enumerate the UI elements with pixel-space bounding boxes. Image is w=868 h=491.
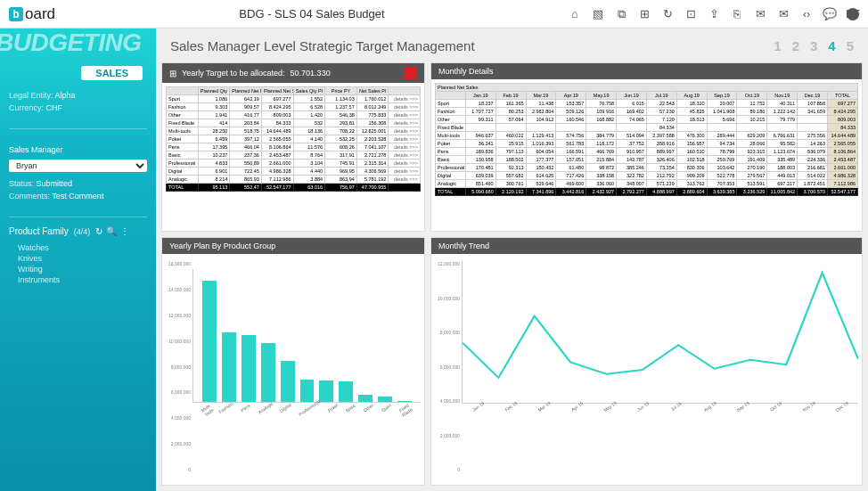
- avatar[interactable]: FF: [847, 8, 859, 20]
- status-label: Status:: [9, 179, 34, 188]
- monthly-details-panel: Monthly Details Planned Net SalesJan.19F…: [430, 62, 863, 232]
- doc-icon[interactable]: ⎘: [731, 8, 743, 20]
- line-chart: [462, 261, 858, 404]
- refresh-pf-icon[interactable]: ↻: [95, 226, 102, 236]
- yearly-plan-chart-panel: Yearly Plan By Product Group ≡ 16,000,00…: [161, 237, 425, 486]
- currency-value: CHF: [46, 103, 63, 112]
- pf-item[interactable]: Instruments: [18, 275, 138, 284]
- bar[interactable]: [358, 395, 373, 402]
- home-icon[interactable]: ⌂: [569, 8, 581, 20]
- product-family-items: Watches Knives Writing Instruments: [0, 240, 156, 288]
- product-family-label: Product Family: [9, 226, 69, 236]
- legal-entity-label: Legal Entity:: [9, 91, 53, 100]
- bar[interactable]: [202, 281, 217, 402]
- search-pf-icon[interactable]: 🔍: [106, 226, 117, 236]
- bar[interactable]: [261, 343, 275, 402]
- yearly-target-panel: ⊞ Yearly Target to be allocated: 50.701.…: [161, 62, 425, 232]
- yearly-target-table[interactable]: Planned QtyPlanned Net PricePlanned Net …: [166, 86, 421, 192]
- step-3[interactable]: 3: [810, 38, 817, 53]
- bar[interactable]: [319, 381, 333, 402]
- logo: b oard: [9, 5, 55, 23]
- step-indicator: 1 2 3 4 5: [774, 38, 854, 53]
- bar[interactable]: [397, 401, 412, 402]
- bar[interactable]: [281, 361, 295, 402]
- bar[interactable]: [378, 397, 392, 402]
- status-value: Submitted: [37, 179, 73, 188]
- manager-label: Sales Manager: [9, 145, 147, 154]
- bar-chart: [192, 269, 421, 403]
- step-1[interactable]: 1: [774, 38, 781, 53]
- export-icon[interactable]: ⇪: [708, 8, 720, 20]
- alert-indicator[interactable]: [405, 67, 417, 79]
- top-toolbar: ⌂ ▧ ⧉ ⊞ ↻ ⊡ ⇪ ⎘ ✉ ✉ ‹› 💬 FF: [569, 8, 859, 20]
- bar[interactable]: [222, 332, 236, 402]
- sidebar: BUDGETING SALES Legal Entity: Alpha Curr…: [0, 29, 156, 491]
- pf-item[interactable]: Knives: [18, 254, 138, 263]
- chat-icon[interactable]: 💬: [823, 8, 836, 20]
- code-icon[interactable]: ‹›: [800, 8, 813, 20]
- panel1-title: Yearly Target to be allocated:: [182, 69, 285, 78]
- panel2-title: Monthly Details: [438, 67, 494, 76]
- chart-menu-icon[interactable]: ≡: [166, 261, 421, 269]
- mail-check-icon[interactable]: ✉: [777, 8, 790, 20]
- step-4[interactable]: 4: [828, 38, 835, 53]
- comments-value: Test Comment: [52, 192, 103, 200]
- product-family-count: (4/4): [74, 227, 91, 236]
- copy-icon[interactable]: ⧉: [615, 8, 627, 20]
- step-2[interactable]: 2: [792, 38, 799, 53]
- page-title: Sales Manager Level Strategic Target Man…: [170, 38, 475, 53]
- manager-select[interactable]: Bryan: [9, 160, 147, 172]
- refresh-icon[interactable]: ↻: [661, 8, 674, 20]
- currency-label: Currency:: [9, 103, 44, 112]
- comments-label: Comments:: [9, 192, 50, 200]
- pf-item[interactable]: Watches: [18, 243, 138, 252]
- topbar: b oard BDG - SLS 04 Sales Budget ⌂ ▧ ⧉ ⊞…: [0, 0, 868, 29]
- app-title: BDG - SLS 04 Sales Budget: [55, 7, 569, 20]
- mail-icon[interactable]: ✉: [754, 8, 766, 20]
- step-5[interactable]: 5: [847, 38, 854, 53]
- monthly-trend-panel: Monthly Trend 12,000,00010,000,0008,000,…: [430, 237, 863, 486]
- chart-icon[interactable]: ▧: [592, 8, 604, 20]
- bar[interactable]: [339, 381, 353, 402]
- bar[interactable]: [300, 380, 315, 402]
- display-icon[interactable]: ⊡: [684, 8, 697, 20]
- logo-icon: b: [9, 7, 23, 21]
- panel4-title: Monthly Trend: [438, 241, 489, 250]
- monthly-details-table[interactable]: Planned Net SalesJan.19Feb.19Mar.19Apr.1…: [435, 83, 858, 196]
- sales-tag: SALES: [81, 66, 143, 80]
- legal-entity-value: Alpha: [55, 91, 76, 100]
- pf-item[interactable]: Writing: [18, 265, 138, 274]
- more-pf-icon[interactable]: ⋮: [120, 226, 129, 236]
- layout-icon[interactable]: ⊞: [638, 8, 651, 20]
- panel3-title: Yearly Plan By Product Group: [169, 241, 275, 250]
- panel1-value: 50.701.330: [291, 69, 331, 78]
- allocation-icon: ⊞: [169, 69, 176, 78]
- logo-text: oard: [25, 5, 55, 23]
- bar[interactable]: [242, 335, 256, 402]
